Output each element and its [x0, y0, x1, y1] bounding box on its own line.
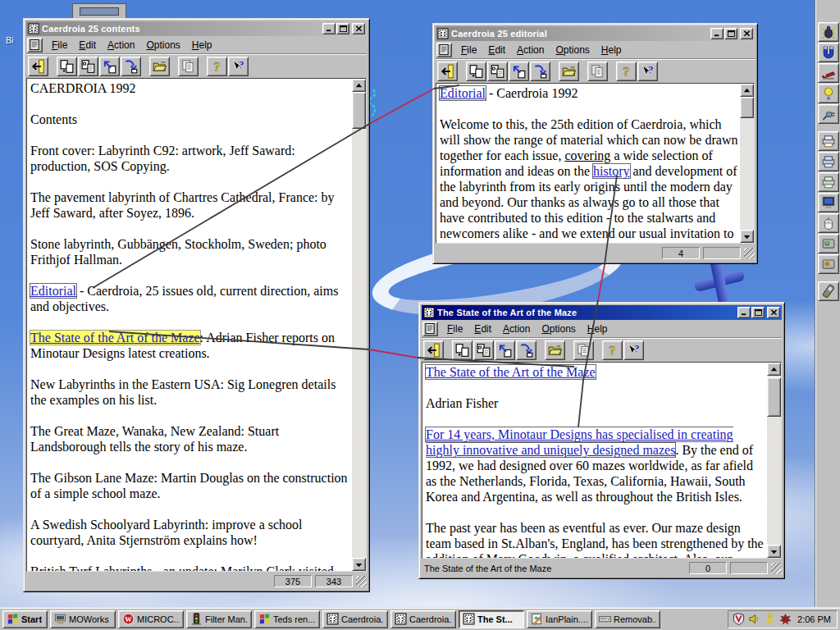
menu-help[interactable]: Help: [596, 43, 628, 57]
taskbar-button-removable[interactable]: Removab...: [595, 610, 660, 628]
taskbar-button-teds-ren[interactable]: Teds ren...: [254, 610, 320, 628]
clock[interactable]: 2:06 PM: [797, 614, 831, 624]
scrollbar-thumb[interactable]: [767, 377, 781, 417]
hyperlink[interactable]: Editorial: [440, 86, 486, 100]
scrollbar-track[interactable]: [740, 97, 754, 230]
resize-grip[interactable]: [356, 576, 367, 587]
menu-file[interactable]: File: [455, 43, 482, 57]
scroll-up-button[interactable]: [352, 79, 366, 92]
jump-back-button[interactable]: [99, 57, 120, 76]
title-bar[interactable]: Caerdroia 25 editorial: [436, 26, 755, 41]
bug-launcher-button[interactable]: [818, 22, 839, 42]
document-menu-icon[interactable]: [422, 322, 438, 336]
resize-grip[interactable]: [744, 248, 755, 259]
copy-button[interactable]: [573, 340, 594, 360]
copy-pages-button[interactable]: [466, 62, 486, 81]
taskbar-button-caerdroia-contents[interactable]: Caerdroia...: [322, 610, 388, 628]
menu-edit[interactable]: Edit: [468, 322, 497, 336]
resize-grip[interactable]: [771, 563, 782, 574]
hyperlink[interactable]: history: [593, 164, 629, 178]
scrollbar-thumb[interactable]: [352, 92, 366, 129]
menu-file[interactable]: File: [441, 322, 468, 336]
lamp-launcher-button[interactable]: [818, 84, 839, 103]
open-file-button[interactable]: [545, 340, 565, 360]
card-yellow-launcher-button[interactable]: [818, 254, 839, 274]
scroll-down-button[interactable]: [767, 545, 781, 558]
scroll-down-button[interactable]: [740, 230, 754, 243]
minimize-button[interactable]: [322, 23, 336, 34]
menu-help[interactable]: Help: [186, 39, 218, 52]
exit-button[interactable]: [423, 340, 444, 360]
vertical-scrollbar[interactable]: [740, 84, 754, 243]
taskbar-button-filter-manager[interactable]: Filter Man...: [186, 610, 252, 628]
scrollbar-thumb[interactable]: [740, 97, 754, 118]
scroll-up-button[interactable]: [767, 363, 781, 376]
taskbar-button-moworks[interactable]: MOWorks: [50, 610, 116, 628]
help-button[interactable]: ?: [616, 62, 637, 81]
printer-3-launcher-button[interactable]: [818, 172, 839, 192]
replace-button[interactable]: [78, 57, 98, 76]
taskbar-button-the-state[interactable]: The St...: [459, 610, 524, 628]
menu-options[interactable]: Options: [140, 39, 185, 52]
phone-launcher-button[interactable]: [818, 281, 839, 301]
open-file-button[interactable]: [559, 62, 579, 81]
copy-button[interactable]: [178, 57, 199, 76]
antivirus-shield-tray-icon[interactable]: [733, 613, 745, 625]
title-bar[interactable]: The State of the Art of the Maze: [422, 305, 782, 320]
plug-launcher-button[interactable]: [818, 104, 839, 124]
maximize-button[interactable]: [724, 28, 737, 39]
document-text[interactable]: CAERDROIA 1992ContentsFront cover: Labyr…: [27, 79, 352, 571]
document-text[interactable]: Editorial - Caerdroia 1992Welcome to thi…: [436, 84, 740, 243]
copy-pages-button[interactable]: [57, 57, 77, 76]
start-button[interactable]: Start: [2, 610, 48, 628]
close-button[interactable]: [740, 28, 753, 39]
minimize-button[interactable]: [737, 307, 751, 318]
copy-button[interactable]: [587, 62, 608, 81]
hyperlink[interactable]: The State of the Art of the Maze: [426, 365, 596, 379]
mouse-launcher-button[interactable]: [818, 213, 839, 233]
exit-button[interactable]: [437, 62, 458, 81]
document-menu-icon[interactable]: [27, 38, 43, 52]
printer-1-launcher-button[interactable]: [818, 131, 839, 151]
assistant-tray-icon[interactable]: [764, 613, 776, 625]
maximize-button[interactable]: [336, 23, 349, 34]
replace-button[interactable]: [487, 62, 508, 81]
hyperlink[interactable]: Editorial: [30, 284, 76, 298]
card-green-launcher-button[interactable]: N: [818, 234, 839, 253]
close-button[interactable]: [767, 307, 780, 318]
help-button[interactable]: ?: [207, 57, 227, 76]
menu-action[interactable]: Action: [511, 43, 550, 57]
replace-button[interactable]: [473, 340, 494, 360]
vertical-scrollbar[interactable]: [352, 79, 366, 571]
scroll-down-button[interactable]: [352, 558, 366, 571]
jump-to-button[interactable]: [530, 62, 550, 81]
jump-to-button[interactable]: [516, 340, 536, 360]
document-text[interactable]: The State of the Art of the MazeAdrian F…: [422, 363, 767, 558]
exit-button[interactable]: [28, 57, 48, 76]
jump-to-button[interactable]: [121, 57, 141, 76]
context-help-button[interactable]: ?: [637, 62, 658, 81]
jump-back-button[interactable]: [509, 62, 529, 81]
menu-action[interactable]: Action: [102, 39, 140, 52]
help-button[interactable]: ?: [602, 340, 623, 360]
document-menu-icon[interactable]: [436, 43, 452, 57]
menu-file[interactable]: File: [46, 39, 73, 52]
menu-action[interactable]: Action: [497, 322, 536, 336]
scroll-up-button[interactable]: [740, 84, 754, 97]
menu-options[interactable]: Options: [536, 322, 581, 336]
taskbar-button-ianplain[interactable]: IanPlain....: [527, 610, 592, 628]
minimize-button[interactable]: [710, 28, 724, 39]
monitor-launcher-button[interactable]: [818, 193, 839, 212]
maximize-button[interactable]: [751, 307, 765, 318]
scrollbar-track[interactable]: [767, 376, 781, 545]
menu-options[interactable]: Options: [550, 43, 595, 57]
scrollbar-track[interactable]: [352, 92, 366, 558]
vertical-scrollbar[interactable]: [767, 363, 781, 558]
copy-pages-button[interactable]: [452, 340, 472, 360]
context-help-button[interactable]: ?: [623, 340, 644, 360]
printer-2-launcher-button[interactable]: [818, 152, 839, 171]
volume-tray-icon[interactable]: [748, 613, 760, 625]
context-help-button[interactable]: ?: [228, 57, 249, 76]
title-bar[interactable]: Caerdroia 25 contents: [26, 21, 367, 36]
open-file-button[interactable]: [149, 57, 170, 76]
